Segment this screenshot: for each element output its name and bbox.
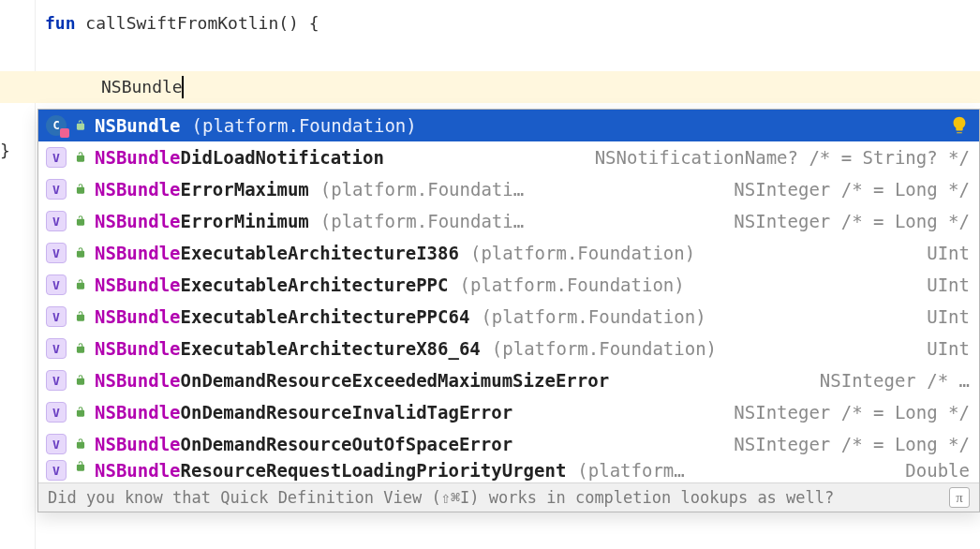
completion-item-type: NSInteger /* = Long */	[734, 434, 970, 454]
completion-item[interactable]: CNSBundle (platform.Foundation)	[38, 110, 979, 141]
public-lock-icon	[74, 342, 87, 355]
completion-item-type: NSInteger /* = Long */	[734, 179, 970, 200]
public-lock-icon	[74, 406, 87, 419]
public-lock-icon	[74, 374, 87, 387]
completion-item-hint: (platform.Foundation)	[481, 306, 705, 327]
completion-item[interactable]: VNSBundleResourceRequestLoadingPriorityU…	[38, 460, 979, 482]
variable-icon: V	[46, 306, 67, 327]
completion-item-type: UInt	[927, 338, 970, 359]
public-lock-icon	[74, 151, 87, 164]
completion-item[interactable]: VNSBundleErrorMaximum (platform.Foundati…	[38, 173, 979, 205]
class-icon: C	[46, 115, 67, 136]
completion-item-name: NSBundle	[95, 115, 181, 136]
completion-item-name: NSBundleExecutableArchitecturePPC64	[95, 306, 469, 327]
variable-icon: V	[46, 243, 67, 263]
public-lock-icon	[74, 183, 87, 196]
completion-item[interactable]: VNSBundleOnDemandResourceInvalidTagError…	[38, 396, 979, 428]
completion-item-hint: (platform.Foundati…	[320, 179, 524, 200]
typed-text: NSBundle	[101, 72, 183, 102]
completion-item-name: NSBundleExecutableArchitectureX86_64	[95, 338, 481, 359]
completion-item[interactable]: VNSBundleOnDemandResourceExceededMaximum…	[38, 364, 979, 396]
variable-icon: V	[46, 460, 67, 481]
variable-icon: V	[46, 274, 67, 295]
completion-item-name: NSBundleExecutableArchitectureI386	[95, 243, 459, 263]
code-line: fun callSwiftFromKotlin() {	[0, 7, 980, 39]
text-caret	[182, 76, 184, 98]
completion-item-hint: (platform.Foundation)	[492, 338, 717, 359]
completion-item[interactable]: VNSBundleExecutableArchitecturePPC (plat…	[38, 269, 979, 301]
completion-item-type: NSInteger /* = Long */	[734, 402, 970, 423]
completion-item-type: NSInteger /* …	[820, 370, 970, 391]
completion-item-name: NSBundleErrorMinimum	[95, 211, 309, 231]
completion-item-type: UInt	[927, 306, 970, 327]
public-lock-icon	[74, 119, 87, 132]
public-lock-icon	[74, 278, 87, 291]
bulb-icon	[949, 115, 970, 136]
public-lock-icon	[74, 310, 87, 323]
public-lock-icon	[74, 438, 87, 451]
completion-list[interactable]: CNSBundle (platform.Foundation)VNSBundle…	[38, 110, 979, 482]
completion-item-type: UInt	[927, 274, 970, 295]
completion-item[interactable]: VNSBundleOnDemandResourceOutOfSpaceError…	[38, 428, 979, 460]
completion-item-name: NSBundleResourceRequestLoadingPriorityUr…	[95, 460, 566, 481]
completion-item-name: NSBundleExecutableArchitecturePPC	[95, 274, 449, 295]
completion-item[interactable]: VNSBundleExecutableArchitectureI386 (pla…	[38, 237, 979, 269]
completion-item-hint: (platform.Foundation)	[470, 243, 695, 263]
completion-item-name: NSBundleOnDemandResourceExceededMaximumS…	[95, 370, 609, 391]
completion-item-name: NSBundleErrorMaximum	[95, 179, 309, 200]
completion-item-type: NSNotificationName? /* = String? */	[595, 147, 970, 168]
completion-item-name: NSBundleDidLoadNotification	[95, 147, 384, 168]
variable-icon: V	[46, 179, 67, 200]
code-line-current: NSBundle	[0, 71, 980, 103]
variable-icon: V	[46, 211, 67, 231]
completion-popup[interactable]: CNSBundle (platform.Foundation)VNSBundle…	[37, 109, 980, 512]
completion-item-hint: (platform.Foundati…	[320, 211, 524, 231]
variable-icon: V	[46, 434, 67, 454]
completion-item[interactable]: VNSBundleDidLoadNotificationNSNotificati…	[38, 141, 979, 173]
public-lock-icon	[74, 246, 87, 260]
completion-item-type: Double	[905, 460, 970, 481]
completion-item-hint: (platform…	[577, 460, 684, 481]
completion-item-type: NSInteger /* = Long */	[734, 211, 970, 231]
public-lock-icon	[74, 215, 87, 228]
completion-item-type: UInt	[927, 243, 970, 263]
completion-item[interactable]: VNSBundleExecutableArchitecturePPC64 (pl…	[38, 301, 979, 333]
variable-icon: V	[46, 338, 67, 359]
variable-icon: V	[46, 402, 67, 423]
completion-footer: Did you know that Quick Definition View …	[38, 482, 979, 512]
variable-icon: V	[46, 147, 67, 168]
variable-icon: V	[46, 370, 67, 391]
pi-settings-button[interactable]: π	[949, 487, 970, 508]
completion-item[interactable]: VNSBundleErrorMinimum (platform.Foundati…	[38, 205, 979, 237]
public-lock-icon	[74, 460, 87, 473]
completion-item-name: NSBundleOnDemandResourceOutOfSpaceError	[95, 434, 512, 454]
completion-item-hint: (platform.Foundation)	[460, 274, 685, 295]
code-line-empty	[0, 39, 980, 71]
completion-item-name: NSBundleOnDemandResourceInvalidTagError	[95, 402, 512, 423]
keyword: fun	[45, 8, 76, 38]
completion-item-hint: (platform.Foundation)	[192, 115, 417, 136]
completion-tip-text: Did you know that Quick Definition View …	[48, 488, 834, 507]
code-text: callSwiftFromKotlin() {	[76, 8, 319, 38]
completion-item[interactable]: VNSBundleExecutableArchitectureX86_64 (p…	[38, 333, 979, 364]
